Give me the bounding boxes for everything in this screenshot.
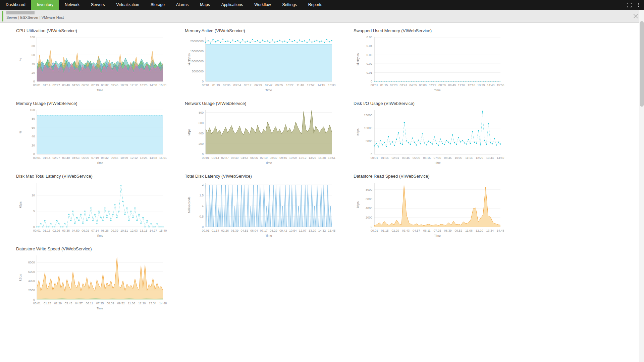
svg-text:Time: Time xyxy=(265,161,272,165)
svg-text:15:51: 15:51 xyxy=(159,83,167,87)
chart-canvas: 020406080100%00:0101:1402:2703:4004:5306… xyxy=(16,34,168,94)
close-button[interactable] xyxy=(632,12,639,20)
svg-text:15:40: 15:40 xyxy=(159,229,167,232)
svg-text:kiloBytes: kiloBytes xyxy=(356,53,360,65)
nav-item-reports[interactable]: Reports xyxy=(303,0,328,10)
svg-text:00:01: 00:01 xyxy=(33,83,41,87)
svg-text:05:00: 05:00 xyxy=(413,156,420,160)
svg-text:Time: Time xyxy=(434,161,441,165)
nav-item-applications[interactable]: Applications xyxy=(216,0,249,10)
svg-text:kBps: kBps xyxy=(356,201,360,208)
svg-text:03:40: 03:40 xyxy=(62,83,70,87)
chart-card: CPU Utilization (VIWebService)0204060801… xyxy=(16,27,185,95)
nav-item-workflow[interactable]: Workflow xyxy=(249,0,276,10)
svg-text:100: 100 xyxy=(30,36,35,39)
chart-canvas: 050001000015000KBps00:0101:1602:3103:460… xyxy=(354,107,505,166)
svg-text:200: 200 xyxy=(199,142,204,145)
svg-text:Time: Time xyxy=(97,161,103,165)
svg-text:2000: 2000 xyxy=(366,216,372,219)
svg-text:11:06: 11:06 xyxy=(465,229,473,232)
chart-canvas: 0200400600800kBps00:0101:1402:2703:4004:… xyxy=(185,107,336,166)
svg-text:13:29: 13:29 xyxy=(477,83,485,87)
svg-text:03:43: 03:43 xyxy=(402,229,410,232)
nav-item-settings[interactable]: Settings xyxy=(276,0,302,10)
svg-text:12:12: 12:12 xyxy=(299,156,307,160)
chart-card: Disk Max Total Latency (VIWebService)051… xyxy=(16,172,185,240)
svg-text:12:29: 12:29 xyxy=(476,156,483,160)
svg-text:kiloBytes: kiloBytes xyxy=(187,53,191,65)
svg-text:04:51: 04:51 xyxy=(240,229,248,232)
nav-item-network[interactable]: Network xyxy=(59,0,85,10)
svg-text:07:17: 07:17 xyxy=(260,229,268,232)
svg-text:12:20: 12:20 xyxy=(138,302,146,305)
chart-canvas: 05000000100000001500000020000000kiloByte… xyxy=(185,34,336,94)
svg-text:600: 600 xyxy=(199,121,204,125)
svg-text:06:06: 06:06 xyxy=(82,83,89,87)
svg-text:14:43: 14:43 xyxy=(487,83,495,87)
svg-text:10:22: 10:22 xyxy=(286,83,293,87)
svg-text:08:39: 08:39 xyxy=(444,229,452,232)
svg-text:15:45: 15:45 xyxy=(328,229,336,232)
svg-text:0: 0 xyxy=(202,153,204,156)
svg-text:%: % xyxy=(19,58,22,61)
chart-card: Memory Active (VIWebService)050000001000… xyxy=(185,27,354,95)
chart-card: Total Disk Latency (VIWebService)00.511.… xyxy=(185,172,354,240)
svg-text:5000: 5000 xyxy=(366,139,372,143)
scrollbar-thumb[interactable] xyxy=(640,21,644,107)
svg-text:40: 40 xyxy=(32,62,35,65)
svg-text:06:06: 06:06 xyxy=(82,156,89,160)
chart-title: Swapped Used Memory (VIWebService) xyxy=(354,28,522,33)
nav-item-dashboard[interactable]: Dashboard xyxy=(0,0,31,10)
svg-text:5: 5 xyxy=(33,209,35,213)
nav-item-alarms[interactable]: Alarms xyxy=(170,0,194,10)
chart-canvas: 0510kBps00:0101:1302:2603:3804:5006:0207… xyxy=(16,179,168,239)
svg-text:14:27: 14:27 xyxy=(150,229,157,232)
svg-text:06:11: 06:11 xyxy=(423,229,431,232)
svg-text:60: 60 xyxy=(32,126,35,129)
svg-text:06:29: 06:29 xyxy=(254,83,262,87)
svg-text:13:20: 13:20 xyxy=(309,229,316,232)
fullscreen-exit-icon[interactable] xyxy=(626,2,632,8)
svg-text:00:01: 00:01 xyxy=(202,83,210,87)
svg-text:15000: 15000 xyxy=(364,114,372,117)
chart-title: Datastore Read Speed (VIWebService) xyxy=(354,174,522,179)
svg-text:09:46: 09:46 xyxy=(279,156,287,160)
svg-text:06:08: 06:08 xyxy=(419,83,427,87)
kebab-menu-icon[interactable] xyxy=(637,2,641,8)
svg-text:6000: 6000 xyxy=(28,270,35,274)
svg-text:01:15: 01:15 xyxy=(380,83,388,87)
svg-text:02:36: 02:36 xyxy=(223,83,230,87)
nav-item-inventory[interactable]: Inventory xyxy=(31,0,59,10)
svg-text:06:11: 06:11 xyxy=(86,302,93,305)
svg-text:07:47: 07:47 xyxy=(265,83,273,87)
svg-text:09:42: 09:42 xyxy=(279,229,287,232)
svg-text:02:29: 02:29 xyxy=(391,229,399,232)
svg-text:0.04: 0.04 xyxy=(366,44,372,48)
chart-card: Datastore Read Speed (VIWebService)02000… xyxy=(354,172,522,240)
svg-text:09:52: 09:52 xyxy=(117,302,125,305)
chart-title: Disk I/O Usage (VIWebService) xyxy=(354,101,522,106)
svg-text:02:27: 02:27 xyxy=(53,83,60,87)
nav-item-storage[interactable]: Storage xyxy=(145,0,170,10)
svg-text:%: % xyxy=(19,131,22,133)
svg-text:06:04: 06:04 xyxy=(250,229,258,232)
chart-title: Datastore Write Speed (VIWebService) xyxy=(16,246,185,251)
svg-text:04:57: 04:57 xyxy=(413,229,420,232)
svg-text:8000: 8000 xyxy=(28,261,35,264)
svg-text:10000000: 10000000 xyxy=(190,60,204,63)
svg-text:14:48: 14:48 xyxy=(497,229,504,232)
chart-canvas: 02000400060008000kBps00:0101:1502:2903:4… xyxy=(354,179,505,239)
svg-text:13:44: 13:44 xyxy=(486,156,494,160)
nav-item-maps[interactable]: Maps xyxy=(194,0,215,10)
svg-text:0: 0 xyxy=(371,225,372,229)
svg-text:Time: Time xyxy=(265,234,272,237)
svg-text:08:32: 08:32 xyxy=(270,156,277,160)
nav-item-servers[interactable]: Servers xyxy=(85,0,110,10)
nav-item-virtualization[interactable]: Virtualization xyxy=(110,0,145,10)
svg-text:14:59: 14:59 xyxy=(497,156,504,160)
svg-text:08:32: 08:32 xyxy=(101,83,109,87)
svg-text:00:01: 00:01 xyxy=(371,83,378,87)
svg-text:400: 400 xyxy=(199,132,204,135)
svg-text:09:39: 09:39 xyxy=(111,229,118,232)
svg-text:01:15: 01:15 xyxy=(381,229,389,232)
